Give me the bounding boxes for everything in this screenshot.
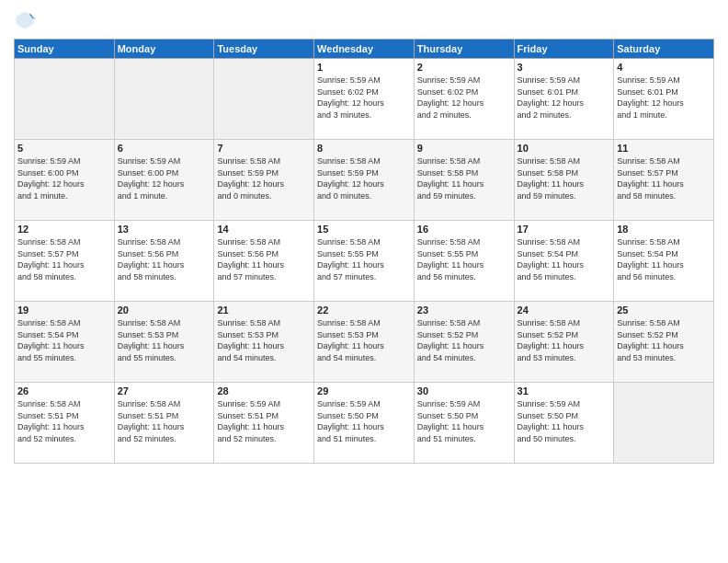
day-number: 18 <box>617 224 711 235</box>
weekday-header-thursday: Thursday <box>414 40 514 59</box>
calendar-cell: 18Sunrise: 5:58 AM Sunset: 5:54 PM Dayli… <box>614 221 714 302</box>
calendar-cell: 3Sunrise: 5:59 AM Sunset: 6:01 PM Daylig… <box>514 59 614 140</box>
calendar-cell: 9Sunrise: 5:58 AM Sunset: 5:58 PM Daylig… <box>414 140 514 221</box>
day-info: Sunrise: 5:58 AM Sunset: 5:57 PM Dayligh… <box>617 155 711 201</box>
day-number: 1 <box>317 62 411 73</box>
calendar-cell: 22Sunrise: 5:58 AM Sunset: 5:53 PM Dayli… <box>314 302 415 383</box>
day-info: Sunrise: 5:58 AM Sunset: 5:59 PM Dayligh… <box>317 155 411 201</box>
day-info: Sunrise: 5:59 AM Sunset: 6:01 PM Dayligh… <box>518 75 611 121</box>
day-info: Sunrise: 5:58 AM Sunset: 5:52 PM Dayligh… <box>518 317 611 363</box>
day-number: 15 <box>317 224 411 235</box>
day-number: 29 <box>317 385 411 396</box>
day-number: 10 <box>518 143 611 154</box>
calendar-cell: 17Sunrise: 5:58 AM Sunset: 5:54 PM Dayli… <box>514 221 614 302</box>
day-number: 24 <box>518 304 611 316</box>
day-number: 22 <box>317 304 411 316</box>
day-number: 2 <box>417 62 511 73</box>
page-header <box>14 9 714 31</box>
calendar-week-row: 1Sunrise: 5:59 AM Sunset: 6:02 PM Daylig… <box>15 59 714 140</box>
calendar-cell: 25Sunrise: 5:58 AM Sunset: 5:52 PM Dayli… <box>614 302 714 383</box>
calendar-cell: 30Sunrise: 5:59 AM Sunset: 5:50 PM Dayli… <box>414 383 514 464</box>
day-number: 19 <box>17 304 111 316</box>
calendar-cell: 8Sunrise: 5:58 AM Sunset: 5:59 PM Daylig… <box>314 140 415 221</box>
day-info: Sunrise: 5:58 AM Sunset: 5:54 PM Dayligh… <box>518 236 611 282</box>
day-number: 17 <box>518 224 611 235</box>
day-info: Sunrise: 5:59 AM Sunset: 5:50 PM Dayligh… <box>317 398 411 444</box>
logo-icon <box>14 9 36 31</box>
calendar-table: SundayMondayTuesdayWednesdayThursdayFrid… <box>14 39 714 464</box>
calendar-cell: 5Sunrise: 5:59 AM Sunset: 6:00 PM Daylig… <box>15 140 115 221</box>
day-number: 5 <box>17 143 111 154</box>
calendar-cell: 28Sunrise: 5:59 AM Sunset: 5:51 PM Dayli… <box>214 383 314 464</box>
weekday-header-sunday: Sunday <box>15 40 115 59</box>
svg-marker-0 <box>16 11 33 29</box>
calendar-cell: 4Sunrise: 5:59 AM Sunset: 6:01 PM Daylig… <box>614 59 714 140</box>
calendar-cell: 29Sunrise: 5:59 AM Sunset: 5:50 PM Dayli… <box>314 383 415 464</box>
calendar-cell: 20Sunrise: 5:58 AM Sunset: 5:53 PM Dayli… <box>114 302 214 383</box>
weekday-header-friday: Friday <box>514 40 614 59</box>
day-info: Sunrise: 5:58 AM Sunset: 5:55 PM Dayligh… <box>317 236 411 282</box>
calendar-cell: 15Sunrise: 5:58 AM Sunset: 5:55 PM Dayli… <box>314 221 415 302</box>
day-number: 28 <box>217 385 311 396</box>
calendar-cell <box>614 383 714 464</box>
day-number: 12 <box>17 224 111 235</box>
day-number: 27 <box>118 385 211 396</box>
day-number: 31 <box>518 385 611 396</box>
day-number: 20 <box>118 304 211 316</box>
day-info: Sunrise: 5:58 AM Sunset: 5:58 PM Dayligh… <box>417 155 511 201</box>
day-number: 9 <box>417 143 511 154</box>
day-number: 16 <box>417 224 511 235</box>
day-info: Sunrise: 5:58 AM Sunset: 5:52 PM Dayligh… <box>417 317 511 363</box>
day-info: Sunrise: 5:58 AM Sunset: 5:56 PM Dayligh… <box>217 236 311 282</box>
calendar-cell: 31Sunrise: 5:59 AM Sunset: 5:50 PM Dayli… <box>514 383 614 464</box>
calendar-cell <box>114 59 214 140</box>
day-info: Sunrise: 5:58 AM Sunset: 5:59 PM Dayligh… <box>217 155 311 201</box>
calendar-cell: 7Sunrise: 5:58 AM Sunset: 5:59 PM Daylig… <box>214 140 314 221</box>
day-info: Sunrise: 5:58 AM Sunset: 5:56 PM Dayligh… <box>118 236 211 282</box>
day-info: Sunrise: 5:58 AM Sunset: 5:51 PM Dayligh… <box>17 398 111 444</box>
day-number: 11 <box>617 143 711 154</box>
day-number: 25 <box>617 304 711 316</box>
day-info: Sunrise: 5:58 AM Sunset: 5:54 PM Dayligh… <box>17 317 111 363</box>
day-info: Sunrise: 5:59 AM Sunset: 6:00 PM Dayligh… <box>17 155 111 201</box>
day-info: Sunrise: 5:58 AM Sunset: 5:52 PM Dayligh… <box>617 317 711 363</box>
day-info: Sunrise: 5:58 AM Sunset: 5:58 PM Dayligh… <box>518 155 611 201</box>
day-info: Sunrise: 5:58 AM Sunset: 5:54 PM Dayligh… <box>617 236 711 282</box>
day-info: Sunrise: 5:59 AM Sunset: 5:50 PM Dayligh… <box>417 398 511 444</box>
day-number: 8 <box>317 143 411 154</box>
calendar-week-row: 19Sunrise: 5:58 AM Sunset: 5:54 PM Dayli… <box>15 302 714 383</box>
weekday-header-row: SundayMondayTuesdayWednesdayThursdayFrid… <box>15 40 714 59</box>
calendar-cell: 13Sunrise: 5:58 AM Sunset: 5:56 PM Dayli… <box>114 221 214 302</box>
day-number: 13 <box>118 224 211 235</box>
calendar-cell: 27Sunrise: 5:58 AM Sunset: 5:51 PM Dayli… <box>114 383 214 464</box>
calendar-cell: 10Sunrise: 5:58 AM Sunset: 5:58 PM Dayli… <box>514 140 614 221</box>
day-info: Sunrise: 5:58 AM Sunset: 5:53 PM Dayligh… <box>217 317 311 363</box>
logo <box>14 9 40 31</box>
calendar-cell: 2Sunrise: 5:59 AM Sunset: 6:02 PM Daylig… <box>414 59 514 140</box>
calendar-cell: 24Sunrise: 5:58 AM Sunset: 5:52 PM Dayli… <box>514 302 614 383</box>
weekday-header-monday: Monday <box>114 40 214 59</box>
calendar-week-row: 12Sunrise: 5:58 AM Sunset: 5:57 PM Dayli… <box>15 221 714 302</box>
day-number: 6 <box>118 143 211 154</box>
day-number: 26 <box>17 385 111 396</box>
day-number: 21 <box>217 304 311 316</box>
day-number: 14 <box>217 224 311 235</box>
day-info: Sunrise: 5:58 AM Sunset: 5:53 PM Dayligh… <box>118 317 211 363</box>
calendar-cell: 23Sunrise: 5:58 AM Sunset: 5:52 PM Dayli… <box>414 302 514 383</box>
calendar-cell <box>15 59 115 140</box>
day-number: 30 <box>417 385 511 396</box>
calendar-cell: 6Sunrise: 5:59 AM Sunset: 6:00 PM Daylig… <box>114 140 214 221</box>
day-info: Sunrise: 5:59 AM Sunset: 5:50 PM Dayligh… <box>518 398 611 444</box>
day-number: 3 <box>518 62 611 73</box>
day-info: Sunrise: 5:58 AM Sunset: 5:53 PM Dayligh… <box>317 317 411 363</box>
calendar-week-row: 26Sunrise: 5:58 AM Sunset: 5:51 PM Dayli… <box>15 383 714 464</box>
day-info: Sunrise: 5:58 AM Sunset: 5:55 PM Dayligh… <box>417 236 511 282</box>
calendar-cell <box>214 59 314 140</box>
calendar-cell: 12Sunrise: 5:58 AM Sunset: 5:57 PM Dayli… <box>15 221 115 302</box>
day-number: 23 <box>417 304 511 316</box>
calendar-cell: 21Sunrise: 5:58 AM Sunset: 5:53 PM Dayli… <box>214 302 314 383</box>
calendar-cell: 11Sunrise: 5:58 AM Sunset: 5:57 PM Dayli… <box>614 140 714 221</box>
day-info: Sunrise: 5:59 AM Sunset: 6:02 PM Dayligh… <box>317 75 411 121</box>
calendar-cell: 16Sunrise: 5:58 AM Sunset: 5:55 PM Dayli… <box>414 221 514 302</box>
day-info: Sunrise: 5:59 AM Sunset: 6:02 PM Dayligh… <box>417 75 511 121</box>
